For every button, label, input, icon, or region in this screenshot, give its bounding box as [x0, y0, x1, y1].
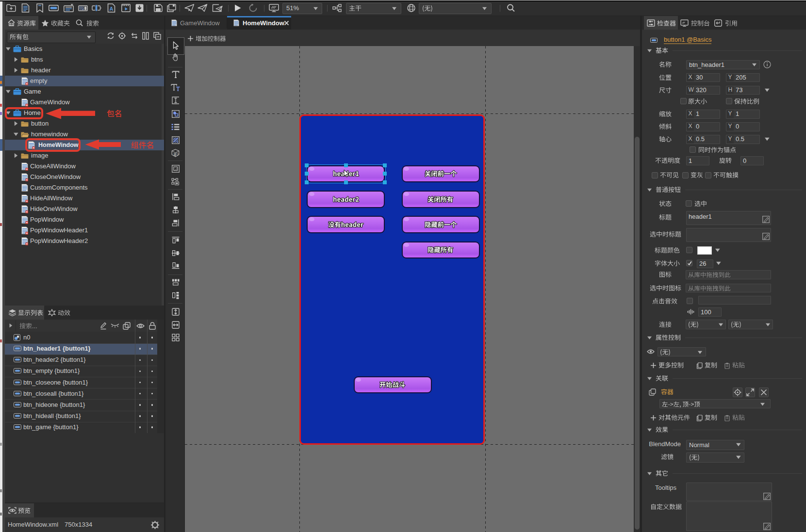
svg-text:A: A — [110, 6, 114, 12]
svg-text:3: 3 — [173, 152, 175, 157]
svg-text:D: D — [176, 152, 179, 156]
